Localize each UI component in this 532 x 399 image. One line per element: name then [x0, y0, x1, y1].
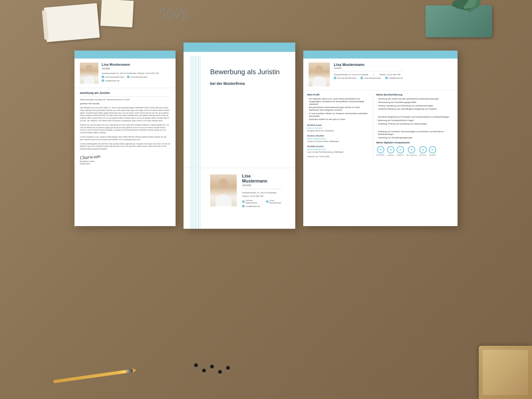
exp-item-7: Erstellung, Prüfung und Verwaltung von L… — [376, 123, 454, 125]
cv-document: Lisa Mustermann Juristin Fantasiestraße … — [303, 51, 458, 226]
cover-job-title: Juristin — [242, 184, 285, 187]
exp-group-2: Rechtliche Begleitung von Produkten und … — [376, 116, 454, 125]
skill-circle-legalnisio — [387, 146, 394, 153]
skill-excel: MS Excel — [419, 146, 427, 156]
letter-body-1: equi dolquisti sam qui archi! eqlam, ut … — [80, 106, 170, 122]
cover-name-last: Mustermann — [242, 178, 285, 184]
cv-social-link: /Lisa-Mustermann — [360, 77, 381, 79]
job-1-title: Senior-Juristin — [307, 127, 370, 129]
cover-contact: Fantasiestraße 14, 33114 Großstadt Telef… — [242, 191, 285, 198]
signature-company: Musterfirm GmbH — [80, 160, 170, 162]
letter-body: ewerbung als Juristin Stellenanzeige auf… — [74, 88, 176, 168]
social-link: /Lisa-Mustermann — [127, 76, 147, 78]
job-2: 04.2011–08.2015 Wirtschaftsjuristin Lief… — [307, 135, 370, 143]
signature: Charw.san — [80, 153, 101, 161]
cover-photo-section: Lisa Mustermann Juristin Fantasiestraße … — [184, 168, 295, 213]
profile-item-1: Als Volljuristin habe ich im Laufe meine… — [307, 98, 370, 105]
cover-social-icon — [266, 200, 269, 203]
skill-circle-excel — [419, 146, 427, 153]
profile-section-title: Mein Profil — [307, 93, 370, 96]
cv-body: Mein Profil Als Volljuristin habe ich im… — [303, 91, 458, 160]
skill-circle-word — [429, 146, 436, 153]
cover-linkedin: /in/Lisa-Mustermann — [242, 199, 263, 204]
paperclips — [160, 8, 187, 19]
cv-right-column: Meine Berufserfahrung Vertretung des Hau… — [373, 93, 454, 158]
linkedin-icon — [102, 76, 104, 78]
desk-decorations — [0, 0, 532, 48]
cv-header-bar — [303, 51, 458, 59]
cv-left-column: Mein Profil Als Volljuristin habe ich im… — [307, 93, 373, 158]
cover-page-document: Bewerbung als Juristin bei der Musterfir… — [184, 43, 295, 229]
job-1: 09.2015–heute Senior-Juristin Zinsgück B… — [307, 124, 370, 132]
person-title: Juristin — [102, 67, 159, 70]
exp-item-2: Überwachung des Kontoführungsgeschäfts — [376, 101, 454, 104]
cv-contact-row: Fantasiestraße 14, 33114 Großstadt | Tel… — [334, 73, 403, 76]
cover-person-info: Lisa Mustermann Juristin Fantasiestraße … — [242, 173, 285, 207]
cv-social-row: /in/Lisa-Mustermann /Lisa-Mustermann Lis… — [334, 77, 403, 79]
cover-email: Lisa@name.de — [242, 205, 285, 207]
skill-word: MS Word — [429, 146, 436, 156]
cv-email: Lisa@name.de — [385, 77, 403, 79]
sticky-note — [100, 0, 134, 27]
letter-body-4: it sruire dolimaquatur alis dolorium vol… — [80, 143, 170, 150]
cv-title: Juristin — [334, 67, 403, 69]
cover-letter-document: Lisa Mustermann Juristin Fantasiestraße … — [74, 51, 176, 226]
skill-actaport: ACTAPORT — [376, 146, 385, 156]
birthdate: Geboren am: 04.04.1980 — [307, 155, 370, 158]
cv-social-icon — [360, 77, 363, 79]
cv-contact: Fantasiestraße 14, 33114 Großstadt | Tel… — [334, 73, 403, 79]
letter-header: Lisa Mustermann Juristin Fantasiestraße … — [74, 59, 176, 88]
cover-email-icon — [242, 205, 245, 207]
doc-header-bar — [74, 51, 176, 59]
skill-winmacs: WinMACS — [397, 146, 404, 156]
social-icon — [127, 76, 130, 78]
cover-social-link: /Lisa-Mustermann — [266, 199, 285, 204]
letter-body-2: emporis nec aut laut quia core sum viste… — [80, 124, 170, 134]
cover-photo — [210, 174, 237, 206]
job-2-title: Wirtschaftsjuristin — [307, 138, 370, 140]
exp-item-4: Juristische Beratung und vollumfängliche… — [376, 108, 454, 110]
profile-item-2: Bei gerichtlichen Auseinandersetzungen k… — [307, 106, 370, 111]
notebook — [44, 3, 100, 42]
skill-circle-winmacs — [397, 146, 404, 153]
skill-label-word: MS Word — [429, 154, 436, 156]
exp-item-5: Rechtliche Begleitung von Produkten und … — [376, 116, 454, 118]
job-3: 09.2006–03.2011 Wirtschaftsjuristin Law … — [307, 145, 370, 153]
cv-header: Lisa Mustermann Juristin Fantasiestraße … — [303, 59, 458, 90]
cv-linkedin-icon — [334, 77, 336, 79]
exp-item-1: Vertretung des Hauses bei allen gerichtl… — [376, 98, 454, 100]
exp-item-8: Erstellung von Gutachten, Berücksichtige… — [376, 130, 454, 136]
linkedin-link: /in/Lisa-Mustermann — [102, 76, 124, 78]
cover-divider — [242, 189, 282, 189]
job-2-date: 04.2011–08.2015 — [307, 135, 370, 137]
social-links: /in/Lisa-Mustermann /Lisa-Mustermann — [102, 76, 159, 78]
exp-item-6: Betreuung der Schuldrechtlichen Fragen — [376, 119, 454, 122]
experience-section-title: Meine Berufserfahrung — [376, 93, 454, 96]
letter-ref: Stellenanzeige auf jobjo.de. Referenznum… — [80, 98, 170, 101]
job-1-date: 09.2015–heute — [307, 124, 370, 126]
skill-label-winmacs: WinMACS — [397, 154, 404, 156]
desktop-surface: Lisa Mustermann Juristin Fantasiestraße … — [0, 0, 532, 399]
skill-label-actaport: ACTAPORT — [376, 154, 385, 156]
skill-label-excel: MS Excel — [419, 154, 426, 156]
skill-label-powerpoint: MS PowerPoint — [406, 154, 417, 156]
person-photo — [80, 63, 98, 84]
exp-item-9: Vertretung von Verwaltungsregelungen — [376, 136, 454, 139]
signature-area: Charw.san Musterfirm GmbH Mustermann — [80, 154, 170, 165]
job-3-date: 09.2006–03.2011 — [307, 145, 370, 148]
cv-header-info: Lisa Mustermann Juristin Fantasiestraße … — [334, 63, 403, 79]
job-3-company: Law & Order Rechtsberatung, Mittelstadt — [307, 151, 370, 153]
cv-photo — [309, 63, 330, 86]
documents-area: Lisa Mustermann Juristin Fantasiestraße … — [0, 43, 532, 372]
photo-left — [80, 63, 98, 84]
skill-label-legalnisio: Legalnisio — [387, 154, 394, 156]
letter-title: ewerbung als Juristin — [80, 91, 170, 94]
profile-item-4: Außerdem arbeite ich sehr gern im Team. — [307, 118, 370, 121]
cover-title: Bewerbung als Juristin — [210, 68, 285, 76]
email-link: Lisa@name.de — [102, 79, 119, 82]
letter-greeting: geehrter Herr Muster, — [80, 102, 170, 105]
job-3-title: Wirtschaftsjuristin — [307, 148, 370, 151]
email-row: Lisa@name.de — [102, 79, 159, 82]
job-1-company: Zinsgück Bank AG, Großstadt — [307, 130, 370, 132]
cover-linkedin-icon — [242, 200, 245, 203]
